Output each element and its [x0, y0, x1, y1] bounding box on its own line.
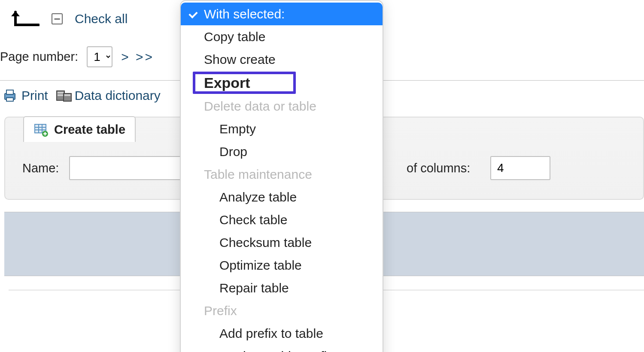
select-up-arrow-icon: [9, 9, 39, 28]
svg-rect-4: [58, 92, 64, 93]
svg-rect-1: [6, 90, 13, 94]
columns-count-input[interactable]: [490, 156, 550, 180]
dropdown-item-export[interactable]: Export: [193, 72, 296, 94]
print-link[interactable]: Print: [3, 88, 48, 103]
dropdown-group-maintenance: Table maintenance: [181, 163, 383, 186]
dropdown-item-repair[interactable]: Repair table: [181, 277, 383, 299]
create-table-tab[interactable]: Create table: [23, 116, 136, 142]
columns-label: of columns:: [407, 161, 470, 175]
dropdown-item-empty[interactable]: Empty: [181, 117, 383, 140]
dropdown-item-copy-table[interactable]: Copy table: [181, 25, 383, 48]
dropdown-item-check[interactable]: Check table: [181, 208, 383, 231]
dropdown-group-prefix: Prefix: [181, 299, 383, 322]
table-name-input[interactable]: [69, 156, 198, 180]
check-all-link[interactable]: Check all: [75, 12, 128, 26]
dropdown-item-replace-prefix[interactable]: Replace table prefix: [181, 345, 383, 352]
with-selected-dropdown[interactable]: With selected: Copy table Show create Ex…: [180, 0, 383, 352]
uncheck-all-checkbox[interactable]: −: [52, 13, 63, 24]
svg-rect-7: [64, 94, 70, 96]
dropdown-item-add-prefix[interactable]: Add prefix to table: [181, 322, 383, 345]
dropdown-item-checksum[interactable]: Checksum table: [181, 231, 383, 254]
dropdown-selected-header[interactable]: With selected:: [181, 3, 383, 25]
dropdown-item-analyze[interactable]: Analyze table: [181, 186, 383, 208]
svg-rect-2: [6, 98, 13, 101]
dropdown-item-optimize[interactable]: Optimize table: [181, 254, 383, 277]
create-table-tab-label: Create table: [54, 123, 125, 137]
dropdown-item-drop[interactable]: Drop: [181, 140, 383, 163]
print-label: Print: [21, 88, 48, 103]
page-number-label: Page number:: [0, 50, 78, 64]
create-table-icon: [33, 122, 48, 137]
page-number-select[interactable]: 1: [87, 46, 112, 67]
page-next-links[interactable]: > >>: [121, 50, 154, 64]
dropdown-group-delete: Delete data or table: [181, 95, 383, 117]
data-dictionary-link[interactable]: Data dictionary: [56, 88, 161, 103]
svg-rect-5: [58, 94, 64, 96]
name-label: Name:: [22, 161, 59, 175]
data-dictionary-icon: [56, 88, 70, 103]
dropdown-item-show-create[interactable]: Show create: [181, 48, 383, 71]
data-dictionary-label: Data dictionary: [75, 88, 161, 103]
printer-icon: [3, 88, 17, 103]
